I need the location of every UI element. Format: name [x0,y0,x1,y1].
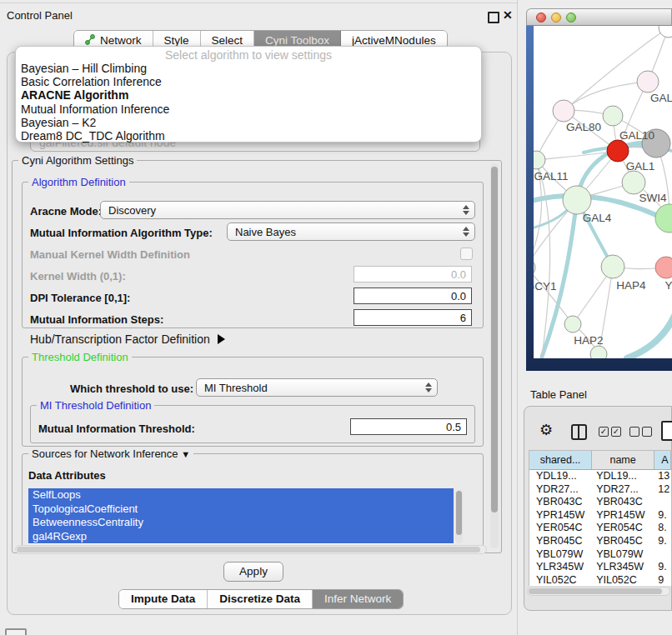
cell: YDL19... [592,470,654,483]
node-gal80[interactable] [553,100,574,122]
tab-infer-network[interactable]: Infer Network [313,590,403,608]
dropdown-item[interactable]: Bayesian – K2 [16,116,481,129]
node-gal-cut[interactable] [637,71,659,92]
aracne-mode-select[interactable]: Discovery [100,201,475,219]
table-row[interactable]: YDR27...YDR27...12 [529,483,671,497]
minimize-traffic-light[interactable] [551,12,561,22]
checked-checkbox-icon[interactable]: ✓ [599,427,609,437]
gear-icon[interactable]: ⚙ [539,421,553,439]
cell: YLR345W [529,561,592,574]
network-canvas[interactable]: GAL GAL80 GAL10 GAL1 GAL11 GAL4 SWI4 GCY… [534,26,672,358]
node-hap2[interactable] [564,316,581,332]
table-row[interactable]: YBR043CYBR043C [529,496,671,509]
cell: 9. [654,561,671,574]
cell: YBL079W [529,548,592,562]
zoom-traffic-light[interactable] [566,12,576,22]
dropdown-item-selected[interactable]: ARACNE Algorithm [16,88,481,102]
node-gal4[interactable] [563,186,591,214]
apply-button[interactable]: Apply [223,562,283,582]
cell: 8. [654,522,671,535]
data-attributes-label: Data Attributes [28,469,106,482]
node-hap4[interactable] [601,255,624,278]
dropdown-item[interactable]: Basic Correlation Inference [16,75,481,88]
cell: YDL19... [529,470,592,483]
node-partial-top[interactable] [659,26,672,38]
node-red-selected[interactable] [607,140,629,162]
sources-expander[interactable]: Sources for Network Inference ▼ [28,448,193,460]
list-item[interactable]: BetweennessCentrality [28,516,454,530]
list-item[interactable]: SelfLoops [28,488,454,502]
checked-checkbox-icon[interactable]: ✓ [611,427,621,437]
table-row[interactable]: YIL052CYIL052C9 [529,574,671,586]
mi-threshold-field[interactable]: 0.5 [350,418,467,435]
dropdown-item[interactable]: Dream8 DC_TDC Algorithm [16,129,481,142]
tab-discretize-data[interactable]: Discretize Data [208,590,313,608]
unchecked-checkbox-icon[interactable] [642,427,652,437]
node-gal10[interactable] [603,106,623,126]
network-window-titlebar[interactable] [526,8,672,26]
dpi-tolerance-field[interactable]: 0.0 [354,288,472,304]
group-title: MI Threshold Definition [37,399,154,412]
group-title: Threshold Definition [28,351,132,363]
which-threshold-select[interactable]: MI Threshold [196,378,438,397]
table-row[interactable]: YER054CYER054C8. [529,522,671,535]
table-row[interactable]: YDL19...YDL19...13 [529,470,671,483]
column-header-shared[interactable]: shared... [529,451,592,469]
mi-type-label: Mutual Information Algorithm Type: [30,227,213,239]
horizontal-scrollbar[interactable] [15,545,487,554]
table-horizontal-scrollbar[interactable] [527,587,670,596]
tab-label: Network [100,34,142,47]
list-item[interactable]: gal4RGexp [28,530,454,544]
node-bright-green[interactable] [655,204,672,232]
sources-title: Sources for Network Inference [32,448,178,460]
new-table-icon[interactable] [661,421,672,441]
node-gal11[interactable] [534,151,545,169]
unchecked-checkbox-icon[interactable] [629,427,639,437]
cell: YBR045C [529,535,592,548]
list-scrollbar-thumb[interactable] [456,491,462,535]
node-partial-bottom[interactable] [590,346,607,358]
table-row[interactable]: YLR345WYLR345W9. [529,561,671,574]
node-label: GAL80 [566,121,601,133]
table-row[interactable]: YBL079WYBL079W [529,548,671,562]
node-gcy1[interactable] [534,258,535,277]
mi-threshold-label: Mutual Information Threshold: [38,422,195,435]
minimized-panel-icon[interactable] [5,628,27,635]
table-row[interactable]: YPR145WYPR145W9. [529,509,671,522]
hub-definition-expander[interactable]: Hub/Transcription Factor Definition [30,332,225,346]
dropdown-item[interactable]: Bayesian – Hill Climbing [16,62,481,75]
column-header-name[interactable]: name [592,451,654,469]
close-traffic-light[interactable] [536,12,546,22]
manual-kernel-checkbox[interactable] [460,248,473,260]
table-horizontal-scrollbar-thumb[interactable] [529,588,662,594]
mi-type-select[interactable]: Naive Bayes [227,222,475,241]
kernel-width-field[interactable]: 0.0 [354,266,472,282]
tab-label: Select [212,34,243,47]
cell: YDR27... [529,483,592,497]
column-layout-icon[interactable] [571,424,587,440]
tab-label: Cyni Toolbox [265,34,329,47]
cell: YBL079W [592,548,654,562]
node-label: GAL4 [583,212,612,224]
tab-impute-data[interactable]: Impute Data [119,590,208,608]
node-label: Y [664,279,672,292]
dropdown-item[interactable]: Mutual Information Inference [16,102,481,116]
cell: YDR27... [592,483,654,497]
mi-steps-field[interactable]: 6 [354,309,472,326]
column-header-partial[interactable]: A [654,451,671,469]
node-gal1[interactable] [622,171,645,194]
node-label: HAP4 [616,279,646,292]
horizontal-scrollbar-thumb[interactable] [17,547,480,552]
settings-scrollbar-thumb[interactable] [491,167,498,512]
cell: 9 [654,574,671,586]
table-row[interactable]: YBR045CYBR045C9. [529,535,671,548]
list-item[interactable]: TopologicalCoefficient [28,502,454,517]
node-label: SWI4 [639,192,666,204]
float-window-icon[interactable] [488,12,499,23]
cell: 12 [654,483,671,497]
group-title: Cyni Algorithm Settings [18,154,137,167]
cell: YER054C [529,522,592,535]
stepper-icon [463,205,469,215]
node-salmon[interactable] [655,257,672,278]
close-icon[interactable]: ✕ [503,8,513,22]
